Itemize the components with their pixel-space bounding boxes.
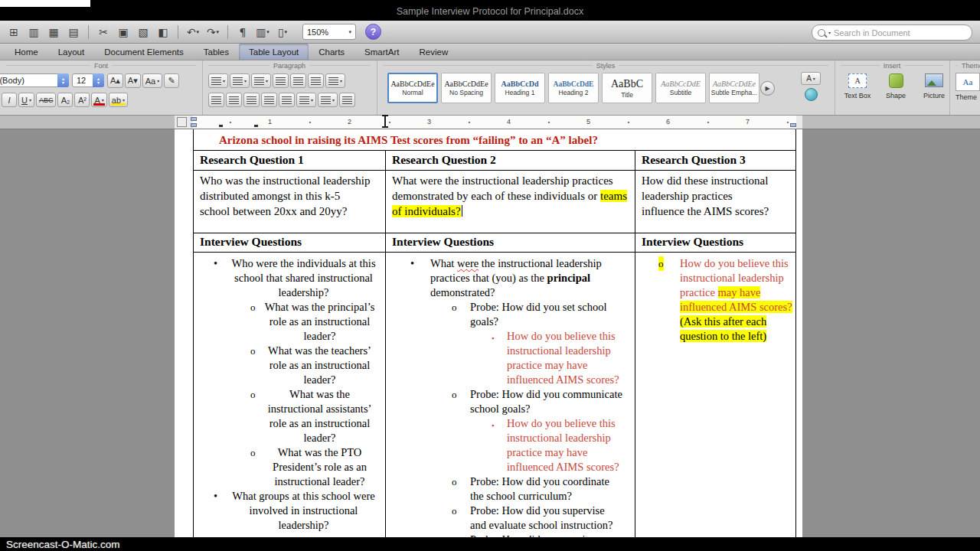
tab-stop-marker[interactable] <box>254 125 258 127</box>
ruler-tick <box>707 122 709 123</box>
font-row1-buttons: A▴A▾Aa▾✎ <box>107 73 179 88</box>
document-area[interactable]: Arizona school in raising its AIMS Test … <box>0 129 980 537</box>
redo-icon[interactable]: ↷▾ <box>204 24 222 41</box>
bullets-button[interactable]: ▾ <box>208 73 228 88</box>
research-question-3-text: How did these instructional leadership p… <box>635 170 795 233</box>
align-left-button[interactable] <box>208 93 224 107</box>
cut-icon[interactable]: ✂ <box>94 24 113 41</box>
gallery-icon[interactable]: ⊞ <box>5 24 23 41</box>
styles-extra-buttons: A▾ <box>801 72 821 101</box>
tab-smartart[interactable]: SmartArt <box>354 44 409 60</box>
search-box[interactable]: ▾ Search in Document <box>812 24 972 41</box>
theme-button[interactable]: Aa <box>956 73 980 91</box>
strikethrough-button[interactable]: ABC <box>36 93 57 107</box>
first-line-indent-marker[interactable] <box>191 117 197 121</box>
underline-button[interactable]: U▾ <box>18 93 34 107</box>
grow-font-button[interactable]: A▴ <box>107 73 123 88</box>
format-painter-icon[interactable]: ◧ <box>154 24 172 41</box>
print-icon[interactable]: ▤ <box>64 24 83 41</box>
numbering-button[interactable]: ▾ <box>230 73 250 88</box>
search-scope-dropdown-icon[interactable]: ▾ <box>828 30 831 35</box>
save-icon[interactable]: ▦ <box>44 24 63 41</box>
bullet-marker: ▪ <box>492 419 494 433</box>
decrease-indent-button[interactable] <box>273 73 289 88</box>
multilevel-list-button[interactable]: ▾ <box>251 73 271 88</box>
align-right-button[interactable] <box>243 93 260 107</box>
research-question-2-text: What were the instructional leadership p… <box>386 170 635 233</box>
bullets-icon <box>211 77 221 85</box>
tab-layout[interactable]: Layout <box>48 44 95 60</box>
copy-icon[interactable]: ▣ <box>114 24 132 41</box>
style-dialog-icon[interactable] <box>805 88 818 101</box>
tab-document-elements[interactable]: Document Elements <box>94 44 194 60</box>
borders-button[interactable]: ▾ <box>296 93 316 107</box>
font-size-combo[interactable]: 12 ▴▾ <box>72 73 104 87</box>
style-normal[interactable]: AaBbCcDdEeNormal <box>387 73 438 103</box>
show-marks-button[interactable] <box>339 93 355 107</box>
sort-button[interactable] <box>279 93 295 107</box>
ribbon-group-styles: Styles AaBbCcDdEeNormalAaBbCcDdEeNo Spac… <box>377 60 835 115</box>
interview-questions-1-list: •Who were the individuals at this school… <box>194 252 384 537</box>
interview-questions-3-list: oHow do you believe this instructional l… <box>635 252 795 537</box>
interview-question-item: oWhat was the PTO President’s role as an… <box>194 445 384 489</box>
change-case-button[interactable]: Aa▾ <box>142 73 162 88</box>
manage-styles-button[interactable]: A▾ <box>801 72 821 85</box>
table-col-1: Research Question 1 Who was the instruct… <box>194 129 384 537</box>
right-indent-marker[interactable] <box>790 123 796 127</box>
font-color-button[interactable]: A▾ <box>91 93 106 107</box>
text-direction-icon <box>311 77 321 85</box>
tab-charts[interactable]: Charts <box>309 44 354 60</box>
shading-button[interactable]: ▾ <box>318 93 338 107</box>
style-subtle[interactable]: AaBbCcDdEeSubtle Empha... <box>709 73 760 103</box>
tab-tables[interactable]: Tables <box>194 44 239 60</box>
style-nospacing[interactable]: AaBbCcDdEeNo Spacing <box>441 73 492 103</box>
tab-table-layout[interactable]: Table Layout <box>239 44 309 60</box>
superscript-button[interactable]: A² <box>74 93 90 107</box>
shrink-font-button[interactable]: A▾ <box>125 73 141 88</box>
theme-group-label: Theme <box>962 62 980 70</box>
style-subtitle[interactable]: AaBbCcDdESubtitle <box>655 73 706 103</box>
justify-button[interactable] <box>261 93 277 107</box>
left-indent-marker[interactable] <box>191 123 197 127</box>
borders-icon <box>299 96 309 104</box>
paragraph-row1-buttons: ▾▾▾▾ <box>208 73 345 88</box>
paste-icon[interactable]: ▧ <box>134 24 152 41</box>
open-icon[interactable]: ▥ <box>24 24 43 41</box>
line-spacing-button[interactable]: ▾ <box>325 73 345 88</box>
picture-button[interactable]: Picture <box>917 72 951 99</box>
table-col-3: Research Question 3 How did these instru… <box>635 129 795 537</box>
text-direction-button[interactable] <box>308 73 324 88</box>
align-center-button[interactable] <box>226 93 242 107</box>
toolbar-icons: ⊞▥▦▤✂▣▧◧↶▾↷▾¶▥▾▯▾ <box>5 24 292 41</box>
toolbar-separator <box>227 25 228 39</box>
zoom-control[interactable]: 150% ▾ <box>302 24 356 40</box>
ruler-number: 6 <box>666 118 670 126</box>
tab-selector[interactable] <box>177 117 187 127</box>
style-h1[interactable]: AaBbCcDdHeading 1 <box>495 73 545 103</box>
text-box-button[interactable]: AText Box <box>841 72 874 99</box>
increase-indent-button[interactable] <box>290 73 306 88</box>
styles-gallery-next-icon[interactable]: ▶ <box>760 81 775 96</box>
highlight-button[interactable]: ab▾ <box>109 93 128 107</box>
tab-review[interactable]: Review <box>409 44 458 60</box>
undo-icon[interactable]: ↶▾ <box>184 24 202 41</box>
clear-formatting-button[interactable]: ✎ <box>164 73 179 88</box>
interview-question-item: oProbe: How did you supervise and evalua… <box>386 504 635 533</box>
style-h2[interactable]: AaBbCcDdEHeading 2 <box>548 73 599 103</box>
font-family-combo[interactable]: oria (Body) ▴▾ <box>0 73 69 87</box>
columns-icon[interactable]: ▥▾ <box>253 24 272 41</box>
tab-home[interactable]: Home <box>5 44 48 60</box>
help-button[interactable]: ? <box>365 24 381 40</box>
style-title[interactable]: AaBbCTitle <box>602 73 652 103</box>
show-document-icon[interactable]: ▯▾ <box>273 24 292 41</box>
interview-question-item: oProbe: How did you coordinate the schoo… <box>386 474 635 504</box>
pilcrow-icon[interactable]: ¶ <box>234 24 252 41</box>
shape-button[interactable]: Shape <box>879 72 913 99</box>
interview-question-text: What groups at this school were involved… <box>229 489 378 533</box>
bullet-marker: o <box>452 504 457 518</box>
table-col-2: Research Question 2 What were the instru… <box>386 129 635 537</box>
subscript-button[interactable]: A₂ <box>57 93 73 107</box>
tab-stop-marker[interactable] <box>219 125 223 127</box>
ruler[interactable]: 1234567 <box>0 116 980 129</box>
italic-button[interactable]: I <box>2 93 17 107</box>
